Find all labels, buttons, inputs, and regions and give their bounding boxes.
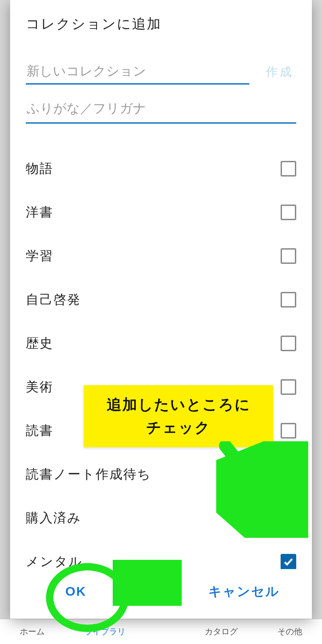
collection-label: 自己啓発: [26, 291, 81, 308]
collection-label: 購入済み: [26, 509, 81, 527]
nav-other[interactable]: その他: [277, 626, 302, 637]
collection-checkbox[interactable]: [281, 205, 296, 220]
modal-title: コレクションに追加: [26, 15, 296, 34]
collection-label: 物語: [26, 160, 53, 177]
collection-row[interactable]: 自己啓発: [26, 278, 296, 321]
app-backdrop: ホーム ライブラリ カタログ その他 コレクションに追加 作成 物語洋書学習自己…: [0, 0, 322, 644]
collection-label: 洋書: [26, 204, 53, 221]
collection-row[interactable]: 物語: [26, 147, 296, 190]
annotation-circle-ok: [46, 563, 129, 632]
collection-checkbox[interactable]: [281, 554, 296, 570]
new-collection-input[interactable]: [26, 61, 249, 85]
create-button[interactable]: 作成: [263, 64, 296, 85]
annotation-callout: 追加したいところに チェック: [84, 385, 273, 447]
collection-checkbox[interactable]: [281, 292, 296, 308]
collection-row[interactable]: 学習: [26, 234, 296, 278]
annotation-callout-line2: チェック: [96, 416, 261, 439]
collection-checkbox[interactable]: [281, 248, 296, 264]
collection-label: 歴史: [26, 335, 53, 352]
annotation-arrow-to-checkbox: [216, 441, 308, 538]
nav-home[interactable]: ホーム: [20, 626, 45, 637]
furigana-input[interactable]: [26, 98, 296, 124]
bottom-nav: ホーム ライブラリ カタログ その他: [0, 619, 322, 644]
collection-label: 美術: [26, 378, 53, 396]
collection-label: 読書: [26, 422, 53, 439]
collection-checkbox[interactable]: [281, 423, 296, 439]
collection-row[interactable]: 洋書: [26, 190, 296, 234]
collection-label: 学習: [26, 247, 53, 265]
annotation-callout-line1: 追加したいところに: [96, 393, 261, 416]
collection-row[interactable]: 歴史: [26, 321, 296, 365]
collection-checkbox[interactable]: [281, 336, 296, 351]
collection-checkbox[interactable]: [281, 379, 296, 395]
collection-label: 読書ノート作成待ち: [26, 466, 151, 483]
collection-checkbox[interactable]: [281, 161, 296, 177]
nav-catalog[interactable]: カタログ: [205, 626, 238, 637]
cancel-button[interactable]: キャンセル: [208, 583, 280, 600]
